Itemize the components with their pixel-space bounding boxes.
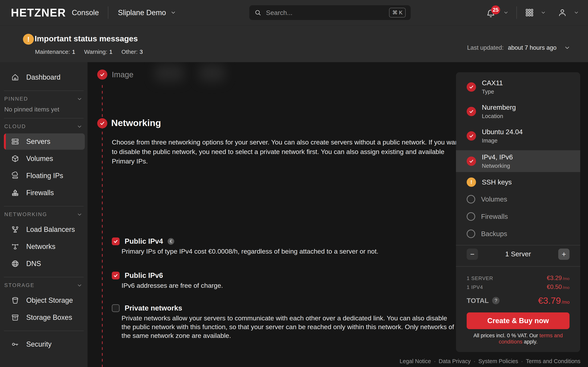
public-ipv6-description: IPv6 addresses are free of charge. xyxy=(121,281,452,290)
sidebar-item-dashboard[interactable]: Dashboard xyxy=(4,69,85,85)
footer-link-system-policies[interactable]: System Policies xyxy=(478,358,518,364)
sidebar-item-object-storage[interactable]: Object Storage xyxy=(4,292,85,309)
sidebar-header-networking[interactable]: NETWORKING xyxy=(4,211,82,217)
cost-euro-badge: € xyxy=(168,238,174,245)
user-account-icon[interactable] xyxy=(558,8,567,17)
summary-step-firewalls[interactable]: Firewalls xyxy=(456,211,580,222)
summary-step-value: Backups xyxy=(481,230,507,238)
check-icon xyxy=(467,131,476,141)
project-switcher[interactable]: Sliplane Demo xyxy=(118,8,176,17)
last-updated-toggle[interactable]: Last updated: about 7 hours ago xyxy=(467,44,571,51)
step-image-check-icon xyxy=(97,69,107,80)
empty-circle-icon xyxy=(467,212,475,221)
increase-server-count-button[interactable]: + xyxy=(558,249,570,260)
chevron-down-icon[interactable] xyxy=(574,10,579,15)
hetzner-logo[interactable]: HETZNER xyxy=(11,6,66,19)
help-icon[interactable]: ? xyxy=(492,297,500,304)
chevron-down-icon xyxy=(77,124,82,130)
summary-step-label: Networking xyxy=(482,163,513,169)
summary-step-volumes[interactable]: Volumes xyxy=(456,194,580,205)
sidebar-item-security[interactable]: Security xyxy=(4,336,85,352)
sidebar-item-dns[interactable]: DNS xyxy=(4,256,85,272)
chevron-down-icon xyxy=(560,44,571,51)
sidebar-item-firewalls[interactable]: Firewalls xyxy=(4,185,85,201)
step-image-title[interactable]: Image xyxy=(112,70,133,79)
summary-step-value: CAX11 xyxy=(482,79,503,87)
footer-link-data-privacy[interactable]: Data Privacy xyxy=(439,358,471,364)
summary-step-value: Volumes xyxy=(481,195,507,203)
empty-circle-icon xyxy=(467,195,475,203)
sidebar-item-networks[interactable]: Networks xyxy=(4,238,85,255)
server-count-stepper: − 1 Server + xyxy=(456,249,580,261)
sidebar-header-cloud[interactable]: CLOUD xyxy=(4,124,82,130)
sidebar-item-floating-ips[interactable]: Floating IPs xyxy=(4,167,85,184)
footer-link-legal-notice[interactable]: Legal Notice xyxy=(400,358,431,364)
public-ipv4-checkbox[interactable] xyxy=(112,237,120,245)
summary-step-value: IPv4, IPv6 xyxy=(482,153,513,161)
total-row: TOTAL ? €3.79 /mo xyxy=(467,295,570,306)
chevron-down-icon xyxy=(77,212,82,217)
section-header-label: CLOUD xyxy=(4,124,26,130)
public-ipv4-description: Primary IPs of type IPv4 cost €0.0008/h,… xyxy=(121,247,452,256)
networking-description: Choose from three networking options for… xyxy=(112,137,462,166)
sidebar-item-label: Load Balancers xyxy=(26,225,75,234)
firewall-icon xyxy=(11,189,19,197)
sidebar-divider xyxy=(4,331,84,331)
summary-step-ssh-keys[interactable]: ! SSH keys xyxy=(456,177,580,188)
chevron-down-icon[interactable] xyxy=(541,10,546,15)
apps-grid-icon[interactable] xyxy=(525,8,534,17)
summary-step-type[interactable]: CAX11 Type xyxy=(456,78,580,96)
public-ipv6-option[interactable]: Public IPv6 xyxy=(112,271,163,280)
sidebar-divider xyxy=(4,206,84,206)
search-shortcut-badge: ⌘ K xyxy=(389,8,406,17)
sidebar-item-volumes[interactable]: Volumes xyxy=(4,150,85,167)
warning-count: Warning:1 xyxy=(84,49,112,55)
price-value: €0.50 xyxy=(547,284,562,290)
check-icon xyxy=(467,107,476,116)
sidebar-item-storage-boxes[interactable]: Storage Boxes xyxy=(4,309,85,326)
summary-step-networking-active[interactable]: IPv4, IPv6 Networking xyxy=(456,150,580,172)
sidebar-divider xyxy=(4,118,84,118)
sidebar-divider xyxy=(4,277,84,277)
status-messages-title: Important status messages xyxy=(35,34,138,43)
chevron-down-icon[interactable] xyxy=(503,10,509,15)
price-label: 1 IPV4 xyxy=(467,284,483,290)
sidebar-item-label: Storage Boxes xyxy=(26,313,72,322)
create-buy-now-button[interactable]: Create & Buy now xyxy=(467,312,570,329)
price-unit: /mo xyxy=(563,276,570,281)
section-header-label: NETWORKING xyxy=(4,211,47,217)
sidebar-divider xyxy=(4,91,84,91)
price-unit: /mo xyxy=(563,285,570,290)
topbar-divider xyxy=(517,6,517,19)
public-ipv4-option[interactable]: Public IPv4 € xyxy=(112,237,174,245)
summary-step-value: SSH keys xyxy=(482,178,512,186)
other-count: Other:3 xyxy=(121,49,143,55)
sidebar-header-storage[interactable]: STORAGE xyxy=(4,282,82,288)
footer-links: Legal Notice·Data Privacy·System Policie… xyxy=(400,358,580,365)
public-ipv6-checkbox[interactable] xyxy=(112,272,120,279)
public-ipv6-label: Public IPv6 xyxy=(125,271,163,280)
total-value: €3.79 xyxy=(538,295,561,306)
sidebar-header-pinned[interactable]: PINNED xyxy=(4,96,82,102)
footer-link-terms[interactable]: Terms and Conditions xyxy=(526,358,580,364)
summary-step-label: Image xyxy=(482,137,523,144)
pinned-empty-text: No pinned items yet xyxy=(4,106,87,113)
private-networks-option[interactable]: Private networks xyxy=(112,304,182,312)
private-networks-checkbox[interactable] xyxy=(112,304,120,312)
step-networking-check-icon xyxy=(97,118,107,128)
summary-step-image[interactable]: Ubuntu 24.04 Image xyxy=(456,127,580,145)
summary-step-value: Firewalls xyxy=(481,213,508,220)
blurred-image-option xyxy=(155,65,184,82)
sidebar-item-load-balancers[interactable]: Load Balancers xyxy=(4,221,85,238)
search-placeholder: Search... xyxy=(266,9,389,17)
network-icon xyxy=(11,242,19,251)
total-unit: /mo xyxy=(562,300,570,305)
sidebar-item-servers[interactable]: Servers xyxy=(4,133,85,150)
search-input[interactable]: Search... ⌘ K xyxy=(249,5,411,20)
load-balancer-icon xyxy=(11,225,19,234)
notifications-button[interactable]: 25 xyxy=(486,7,497,18)
summary-step-backups[interactable]: Backups xyxy=(456,228,580,239)
top-bar: HETZNER Console Sliplane Demo Search... … xyxy=(0,0,588,25)
summary-step-location[interactable]: Nuremberg Location xyxy=(456,102,580,121)
sidebar-item-label: Object Storage xyxy=(26,296,73,304)
